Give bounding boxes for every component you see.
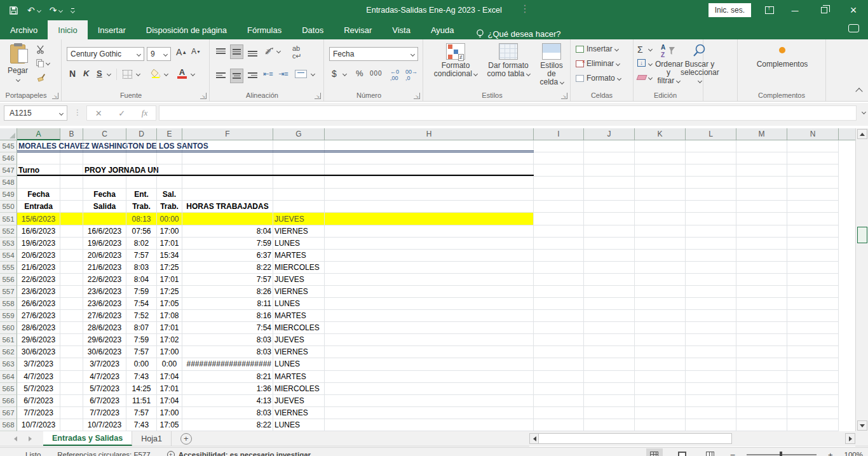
row-number-562[interactable]: 562 [0, 346, 17, 358]
cell-N558[interactable] [787, 298, 839, 310]
cell-I568[interactable] [534, 419, 584, 431]
cell-G566[interactable]: JUEVES [273, 395, 325, 407]
cell-C554[interactable]: 20/6/2023 [83, 250, 126, 262]
cell-A557[interactable]: 23/6/2023 [17, 286, 60, 298]
cell-N554[interactable] [787, 250, 839, 262]
cell-L546[interactable] [686, 152, 736, 164]
cell-D545[interactable] [126, 140, 157, 152]
row-number-563[interactable]: 563 [0, 358, 17, 370]
cell-H546[interactable] [325, 152, 534, 164]
cell-G555[interactable]: MIERCOLES [273, 262, 325, 274]
cell-I548[interactable] [534, 177, 584, 189]
conditional-formatting-button[interactable]: ≠ Formatocondicional [430, 43, 482, 78]
cell-C548[interactable] [83, 177, 126, 189]
cell-D548[interactable] [126, 177, 157, 189]
percent-icon[interactable]: % [356, 69, 363, 78]
page-break-view-icon[interactable] [702, 448, 719, 456]
cell-G549[interactable] [273, 189, 325, 201]
cell-K566[interactable] [635, 395, 686, 407]
column-header-partial[interactable] [839, 128, 856, 140]
cell-C564[interactable]: 4/7/2023 [83, 371, 126, 383]
cell-C549[interactable]: Fecha [83, 189, 126, 201]
cell-D563[interactable]: 0:00 [126, 358, 157, 370]
insert-function-icon[interactable]: fx [142, 108, 147, 118]
cell-N566[interactable] [787, 395, 839, 407]
cell-N560[interactable] [787, 322, 839, 334]
cell-E554[interactable]: 15:34 [157, 250, 182, 262]
cell-M547[interactable] [736, 164, 787, 177]
cell-H565[interactable] [325, 383, 534, 395]
cell-H559[interactable] [325, 310, 534, 322]
cell-B568[interactable] [60, 419, 83, 431]
cell-H552[interactable] [325, 225, 534, 238]
cell-D558[interactable]: 7:54 [126, 298, 157, 310]
decrease-indent-icon[interactable]: ⇤≡ [263, 70, 273, 78]
cell-H566[interactable] [325, 395, 534, 407]
sign-in-button[interactable]: Inic. ses. [709, 3, 751, 17]
cell-I558[interactable] [534, 298, 584, 310]
cell-H563[interactable] [325, 358, 534, 370]
cell-B562[interactable] [60, 346, 83, 358]
row-number-555[interactable]: 555 [0, 262, 17, 274]
column-header-B[interactable]: B [60, 128, 83, 140]
cell-B559[interactable] [60, 310, 83, 322]
cell-L552[interactable] [686, 225, 736, 238]
cell-M562[interactable] [736, 346, 787, 358]
tab-ayuda[interactable]: Ayuda [421, 20, 465, 39]
tell-me-box[interactable]: ¿Qué desea hacer? [476, 29, 561, 39]
cell-M552[interactable] [736, 225, 787, 238]
cell-I552[interactable] [534, 225, 584, 238]
cell-E564[interactable]: 17:04 [157, 371, 182, 383]
cell-L565[interactable] [686, 383, 736, 395]
cell-A547[interactable]: Turno [17, 164, 60, 177]
tab-disposicion[interactable]: Disposición de página [136, 20, 237, 39]
cell-M556[interactable] [736, 274, 787, 286]
cell-J563[interactable] [584, 358, 635, 370]
prev-sheet-icon[interactable] [14, 436, 17, 441]
cell-F557[interactable]: 8:26 [182, 286, 273, 298]
cell-E558[interactable]: 17:05 [157, 298, 182, 310]
row-number-547[interactable]: 547 [0, 164, 17, 177]
cell-J555[interactable] [584, 262, 635, 274]
cell-N547[interactable] [787, 164, 839, 177]
cell-H554[interactable] [325, 250, 534, 262]
cell-K545[interactable] [635, 140, 686, 152]
cell-C560[interactable]: 28/6/2023 [83, 322, 126, 334]
redo-icon[interactable]: ↷ [50, 5, 63, 15]
cell-I549[interactable] [534, 189, 584, 201]
tab-vista[interactable]: Vista [382, 20, 421, 39]
cell-N559[interactable] [787, 310, 839, 322]
cell-H550[interactable] [325, 201, 534, 213]
cell-H558[interactable] [325, 298, 534, 310]
cell-L548[interactable] [686, 177, 736, 189]
cell-J547[interactable] [584, 164, 635, 177]
align-middle-icon[interactable] [230, 44, 243, 59]
cut-icon[interactable] [36, 44, 45, 54]
cell-J568[interactable] [584, 419, 635, 431]
cell-H547[interactable] [325, 164, 534, 177]
cell-G550[interactable] [273, 201, 325, 213]
cell-G564[interactable]: MARTES [273, 371, 325, 383]
row-number-561[interactable]: 561 [0, 334, 17, 346]
cell-A565[interactable]: 5/7/2023 [17, 383, 60, 395]
column-header-E[interactable]: E [157, 128, 182, 140]
row-number-546[interactable]: 546 [0, 152, 17, 164]
cell-E565[interactable]: 17:01 [157, 383, 182, 395]
cell-K550[interactable] [635, 201, 686, 213]
cell-H561[interactable] [325, 334, 534, 346]
cell-M565[interactable] [736, 383, 787, 395]
chevron-down-icon[interactable] [342, 72, 347, 76]
minimize-button[interactable]: ─ [780, 0, 810, 20]
row-number-568[interactable]: 568 [0, 419, 17, 431]
cell-G562[interactable]: VIERNES [273, 346, 325, 358]
cell-C559[interactable]: 27/6/2023 [83, 310, 126, 322]
cell-E550[interactable]: Trab. [157, 201, 182, 213]
cell-N557[interactable] [787, 286, 839, 298]
cell-L554[interactable] [686, 250, 736, 262]
cell-J560[interactable] [584, 322, 635, 334]
cell-E561[interactable]: 17:02 [157, 334, 182, 346]
cell-G558[interactable]: LUNES [273, 298, 325, 310]
cell-F551[interactable] [182, 213, 273, 225]
cell-N564[interactable] [787, 371, 839, 383]
cell-I551[interactable] [534, 213, 584, 225]
